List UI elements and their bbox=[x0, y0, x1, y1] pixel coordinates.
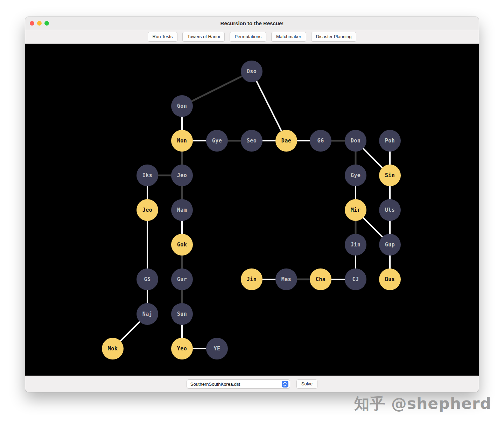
graph-node-label-uls: Uls bbox=[385, 207, 395, 213]
graph-node-label-gye1: Gye bbox=[212, 138, 222, 144]
popup-stepper-icon bbox=[282, 381, 288, 387]
bottom-bar: SouthernSouthKorea.dst Solve bbox=[25, 376, 479, 392]
graph-node-label-mok: Mok bbox=[108, 345, 118, 352]
solve-button[interactable]: Solve bbox=[296, 379, 318, 389]
graph-svg: OsoGonNonGyeSeoDaeGGDonPohIksJeoGyeSinJe… bbox=[25, 44, 479, 376]
graph-node-label-cj: CJ bbox=[352, 276, 359, 282]
graph-node-label-gs: GS bbox=[144, 276, 150, 282]
graph-node-label-mas: Mas bbox=[281, 276, 292, 282]
title-bar: Recursion to the Rescue! bbox=[25, 17, 479, 30]
graph-node-label-non: Non bbox=[177, 138, 187, 144]
graph-node-label-gup: Gup bbox=[385, 242, 395, 248]
toolbar: Run Tests Towers of Hanoi Permutations M… bbox=[25, 30, 479, 44]
watermark: 知乎 @shepherd bbox=[354, 393, 491, 414]
app-window: Recursion to the Rescue! Run Tests Tower… bbox=[25, 17, 479, 392]
graph-node-label-nam: Nam bbox=[177, 207, 187, 213]
graph-node-label-cha: Cha bbox=[316, 276, 326, 282]
graph-canvas: OsoGonNonGyeSeoDaeGGDonPohIksJeoGyeSinJe… bbox=[25, 44, 479, 376]
graph-node-label-gon: Gon bbox=[177, 103, 187, 109]
disaster-planning-button[interactable]: Disaster Planning bbox=[311, 32, 357, 42]
graph-node-label-jeo2: Jeo bbox=[142, 207, 153, 213]
graph-node-label-seo: Seo bbox=[247, 138, 257, 144]
permutations-button[interactable]: Permutations bbox=[230, 32, 266, 42]
graph-node-label-gg: GG bbox=[317, 138, 324, 144]
towers-of-hanoi-button[interactable]: Towers of Hanoi bbox=[182, 32, 225, 42]
dataset-select-value: SouthernSouthKorea.dst bbox=[187, 382, 282, 387]
graph-node-label-gur: Gur bbox=[177, 276, 187, 282]
graph-node-label-jin2: Jin bbox=[247, 276, 257, 282]
graph-node-label-mir: Mir bbox=[351, 207, 361, 213]
graph-edge-oso-dae bbox=[252, 71, 286, 141]
graph-node-label-poh: Poh bbox=[385, 138, 395, 144]
graph-edge-oso-gon bbox=[182, 71, 252, 106]
window-title: Recursion to the Rescue! bbox=[220, 20, 284, 26]
graph-node-label-yeo: Yeo bbox=[177, 345, 187, 352]
graph-node-label-jeo1: Jeo bbox=[177, 172, 187, 179]
graph-node-label-sun: Sun bbox=[177, 311, 187, 317]
close-button[interactable] bbox=[30, 21, 34, 26]
zoom-button[interactable] bbox=[44, 21, 49, 26]
graph-node-label-oso: Oso bbox=[247, 68, 257, 75]
graph-node-label-sin: Sin bbox=[385, 172, 395, 179]
matchmaker-button[interactable]: Matchmaker bbox=[271, 32, 306, 42]
graph-node-label-dae: Dae bbox=[281, 138, 292, 144]
graph-node-label-ye: YE bbox=[214, 345, 220, 352]
minimize-button[interactable] bbox=[37, 21, 42, 26]
graph-node-label-gok: Gok bbox=[177, 242, 187, 248]
graph-node-label-bus: Bus bbox=[385, 276, 395, 282]
graph-node-label-naj: Naj bbox=[142, 311, 153, 317]
graph-node-label-gye2: Gye bbox=[351, 172, 361, 179]
run-tests-button[interactable]: Run Tests bbox=[148, 32, 178, 42]
dataset-select[interactable]: SouthernSouthKorea.dst bbox=[187, 379, 290, 389]
graph-node-label-iks: Iks bbox=[142, 172, 153, 179]
traffic-lights bbox=[30, 17, 49, 30]
graph-node-label-jin1: Jin bbox=[351, 242, 361, 248]
graph-node-label-don: Don bbox=[351, 138, 361, 144]
